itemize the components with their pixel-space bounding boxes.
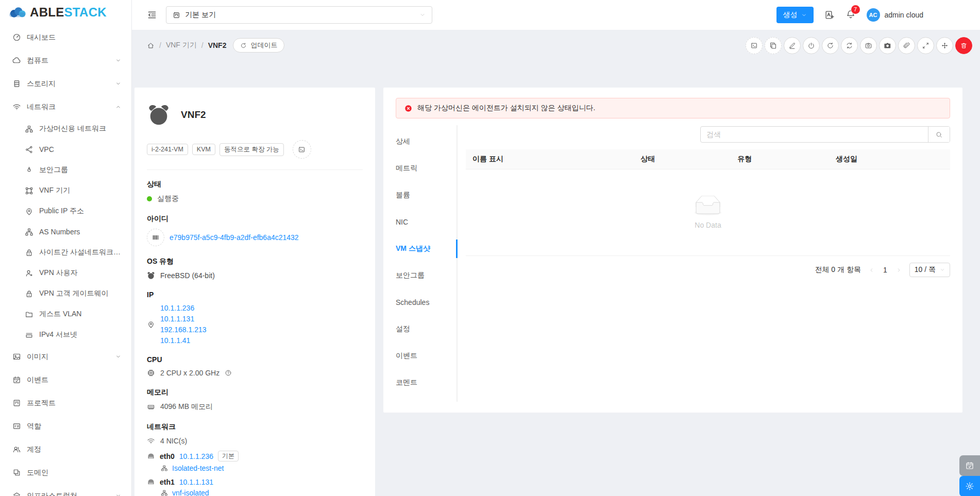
tab-details[interactable]: 상세	[396, 128, 457, 155]
vm-snapshot-action-button[interactable]	[879, 37, 896, 54]
destroy-action-button[interactable]	[955, 37, 972, 54]
snapshot-action-button[interactable]	[860, 37, 877, 54]
sidebar-item-projects[interactable]: 프로젝트	[0, 391, 131, 415]
breadcrumb-section-link[interactable]: VNF 기기	[166, 41, 197, 50]
nic-ip-link[interactable]: 10.1.1.131	[179, 478, 213, 486]
migrate-action-button[interactable]	[936, 37, 953, 54]
cluster-icon	[25, 228, 33, 236]
sidebar-collapse-icon[interactable]	[147, 10, 157, 20]
sidebar-item-vpc[interactable]: VPC	[0, 139, 131, 160]
network-name-link[interactable]: Isolated-test-net	[172, 464, 224, 472]
memory-icon	[147, 403, 155, 411]
nic-row-eth1: eth1 10.1.1.131	[147, 478, 363, 486]
vm-uuid-link[interactable]: e79b975f-a5c9-4fb9-a2df-efb6a4c21432	[170, 233, 299, 242]
sidebar-item-images[interactable]: 이미지	[0, 345, 131, 368]
chevron-down-icon	[115, 354, 121, 360]
column-type[interactable]: 유형	[731, 155, 829, 164]
ip-address-link[interactable]: 10.1.1.131	[160, 315, 207, 323]
nic-ip-link[interactable]: 10.1.1.236	[179, 452, 213, 460]
brand-logo[interactable]: ABLESTACK	[0, 0, 131, 25]
sidebar-item-vpn-users[interactable]: VPN 사용자	[0, 263, 131, 283]
chevron-left-icon[interactable]	[869, 267, 874, 273]
dashboard-icon	[12, 33, 21, 42]
sidebar-item-public-ip[interactable]: Public IP 주소	[0, 201, 131, 221]
copy-id-button[interactable]	[147, 229, 164, 246]
column-display-name[interactable]: 이름 표시	[466, 155, 634, 164]
sidebar-item-vnf-appliances[interactable]: VNF 기기	[0, 180, 131, 201]
view-selector[interactable]: 기본 보기	[166, 6, 432, 24]
event-log-float-button[interactable]	[959, 455, 980, 476]
sidebar-item-guest-vlan[interactable]: 게스트 VLAN	[0, 304, 131, 324]
translate-icon[interactable]	[824, 10, 835, 20]
create-button[interactable]: 생성	[776, 7, 814, 23]
view-selector-value: 기본 보기	[185, 10, 415, 20]
chevron-right-icon[interactable]	[896, 267, 902, 273]
tab-events[interactable]: 이벤트	[396, 343, 457, 369]
attach-iso-action-button[interactable]	[898, 37, 915, 54]
sidebar-item-compute[interactable]: 컴퓨트	[0, 49, 131, 72]
console-button[interactable]	[293, 140, 311, 159]
tab-comments[interactable]: 코멘트	[396, 369, 457, 396]
tab-vm-snapshot[interactable]: VM 스냅샷	[396, 235, 457, 262]
nic-network-eth0: Isolated-test-net	[161, 464, 363, 472]
sidebar-item-network[interactable]: 네트워크	[0, 95, 131, 118]
user-menu[interactable]: AC admin cloud	[867, 8, 924, 22]
agent-error-alert: 해당 가상머신은 에이전트가 설치되지 않은 상태입니다.	[396, 98, 950, 118]
storage-icon	[12, 79, 21, 88]
sidebar-item-infrastructure[interactable]: 인프라스트럭쳐	[0, 484, 131, 496]
tab-volumes[interactable]: 볼륨	[396, 182, 457, 209]
gear-icon	[965, 482, 974, 491]
freebsd-logo-icon	[147, 103, 171, 127]
reinstall-action-button[interactable]	[841, 37, 858, 54]
folder-icon	[25, 310, 33, 319]
ip-address-link[interactable]: 192.168.1.213	[160, 326, 207, 334]
chevron-up-icon	[115, 104, 121, 110]
sidebar-item-events[interactable]: 이벤트	[0, 368, 131, 391]
sidebar-item-domains[interactable]: 도메인	[0, 461, 131, 484]
ip-section: IP 10.1.1.236 10.1.1.131 192.168.1.213 1…	[147, 290, 363, 345]
tab-settings[interactable]: 설정	[396, 316, 457, 343]
sidebar-item-site-to-site-vpn[interactable]: 사이트간 사설네트워크(VP...	[0, 242, 131, 263]
network-name-link[interactable]: vnf-isolated	[172, 489, 209, 496]
sidebar-item-storage[interactable]: 스토리지	[0, 72, 131, 95]
tab-metrics[interactable]: 메트릭	[396, 155, 457, 182]
search-input[interactable]	[701, 127, 928, 142]
sidebar-item-security-groups[interactable]: 보안그룹	[0, 160, 131, 180]
column-status[interactable]: 상태	[634, 155, 731, 164]
ip-address-link[interactable]: 10.1.1.41	[160, 336, 207, 345]
column-created[interactable]: 생성일	[829, 155, 950, 164]
project-icon	[173, 11, 180, 19]
camera-filled-icon	[884, 42, 891, 49]
map-pin-icon	[147, 320, 155, 329]
sidebar-item-dashboard[interactable]: 대시보드	[0, 26, 131, 49]
edit-action-button[interactable]	[784, 37, 801, 54]
tab-security-groups[interactable]: 보안그룹	[396, 262, 457, 289]
sidebar-item-guest-networks[interactable]: 가상머신용 네트워크	[0, 118, 131, 139]
notifications-button[interactable]: 7	[846, 9, 856, 21]
status-value: 실행중	[157, 194, 179, 203]
chevron-down-icon	[801, 12, 807, 18]
tab-nic[interactable]: NIC	[396, 209, 457, 235]
reboot-action-button[interactable]	[822, 37, 839, 54]
tab-schedules[interactable]: Schedules	[396, 289, 457, 316]
update-button[interactable]: 업데이트	[233, 38, 284, 53]
question-circle-icon[interactable]	[225, 369, 232, 377]
share-nodes-icon	[25, 145, 33, 154]
ip-address-link[interactable]: 10.1.1.236	[160, 304, 207, 312]
sidebar-item-accounts[interactable]: 계정	[0, 438, 131, 461]
console-action-button[interactable]	[746, 37, 763, 54]
sidebar-item-vpn-customer-gateway[interactable]: VPN 고객 게이트웨이	[0, 283, 131, 304]
home-icon[interactable]	[147, 42, 155, 49]
copy-action-button[interactable]	[765, 37, 782, 54]
reload-icon	[240, 42, 247, 49]
stop-action-button[interactable]	[803, 37, 820, 54]
pagination-page-1[interactable]: 1	[882, 266, 888, 274]
search-button[interactable]	[928, 127, 950, 142]
barcode-icon	[151, 233, 160, 242]
scale-action-button[interactable]	[917, 37, 934, 54]
settings-float-button[interactable]	[959, 476, 980, 496]
page-size-select[interactable]: 10 / 쪽	[909, 263, 950, 277]
sidebar-item-ipv4-subnets[interactable]: IPv4 서브넷	[0, 324, 131, 345]
sidebar-item-as-numbers[interactable]: AS Numbers	[0, 221, 131, 242]
sidebar-item-roles[interactable]: 역할	[0, 415, 131, 438]
